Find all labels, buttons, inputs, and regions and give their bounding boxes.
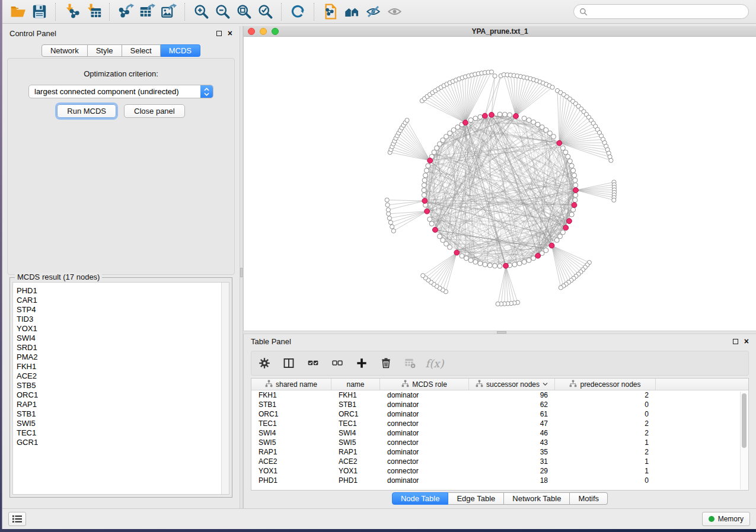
- hide-selected-button[interactable]: [362, 2, 384, 22]
- table-cell[interactable]: 1: [555, 467, 656, 475]
- table-cell[interactable]: 2: [555, 391, 656, 399]
- table-cell[interactable]: 43: [469, 438, 555, 447]
- mcds-result-item[interactable]: RAP1: [17, 400, 229, 409]
- splitter-grip[interactable]: [240, 268, 243, 277]
- table-cell[interactable]: 1: [555, 438, 656, 447]
- table-row[interactable]: PHD1PHD1dominator180: [251, 476, 748, 485]
- close-panel-icon[interactable]: ×: [228, 31, 232, 36]
- zoom-fit-button[interactable]: [233, 2, 254, 22]
- mcds-result-item[interactable]: ORC1: [17, 390, 229, 400]
- mcds-result-item[interactable]: STB5: [17, 381, 229, 390]
- table-row[interactable]: TEC1TEC1connector472: [251, 419, 748, 428]
- result-list-scrollbar[interactable]: [221, 283, 229, 494]
- table-cell[interactable]: 2: [555, 429, 656, 437]
- column-header-shared-name[interactable]: shared name: [251, 379, 331, 390]
- tab-motifs[interactable]: Motifs: [570, 492, 608, 505]
- mcds-result-item[interactable]: SWI5: [17, 419, 229, 428]
- export-table-button[interactable]: [136, 2, 158, 22]
- tab-mcds[interactable]: MCDS: [161, 44, 200, 57]
- minimize-window-icon[interactable]: [260, 28, 267, 35]
- table-options-gear-button[interactable]: [257, 356, 272, 370]
- float-panel-icon[interactable]: [216, 31, 222, 36]
- table-cell[interactable]: 31: [469, 457, 555, 466]
- mcds-result-item[interactable]: PMA2: [17, 352, 229, 362]
- table-cell[interactable]: 46: [469, 429, 555, 437]
- save-session-button[interactable]: [28, 2, 50, 22]
- table-cell[interactable]: 62: [469, 400, 555, 409]
- table-cell[interactable]: SWI5: [251, 438, 331, 447]
- table-cell[interactable]: 96: [469, 391, 555, 399]
- show-columns-button[interactable]: [282, 356, 296, 370]
- mcds-result-item[interactable]: TEC1: [17, 428, 229, 438]
- export-image-button[interactable]: [158, 2, 179, 22]
- add-row-button[interactable]: [355, 356, 369, 370]
- table-cell[interactable]: 2: [555, 419, 656, 428]
- table-cell[interactable]: 61: [469, 410, 555, 418]
- tab-style[interactable]: Style: [88, 44, 122, 57]
- table-row[interactable]: SWI5SWI5connector431: [251, 438, 748, 447]
- mcds-result-item[interactable]: CAR1: [17, 296, 229, 305]
- tab-network-table[interactable]: Network Table: [504, 492, 570, 505]
- import-table-button[interactable]: [82, 2, 104, 22]
- table-cell[interactable]: 47: [469, 419, 555, 428]
- float-panel-icon[interactable]: [733, 339, 738, 344]
- table-cell[interactable]: STB1: [251, 400, 331, 409]
- network-canvas[interactable]: [244, 37, 756, 331]
- table-scrollbar[interactable]: [740, 392, 748, 489]
- table-cell[interactable]: connector: [380, 457, 469, 466]
- mcds-result-item[interactable]: TID3: [17, 315, 229, 324]
- table-cell[interactable]: connector: [380, 467, 469, 475]
- table-cell[interactable]: dominator: [380, 429, 469, 437]
- table-row[interactable]: STB1STB1dominator620: [251, 400, 748, 409]
- zoom-selected-button[interactable]: [254, 2, 276, 22]
- mcds-result-item[interactable]: SRD1: [17, 343, 229, 352]
- table-cell[interactable]: PHD1: [251, 476, 331, 485]
- table-cell[interactable]: YOX1: [331, 467, 380, 475]
- table-cell[interactable]: 0: [555, 476, 656, 485]
- task-history-button[interactable]: [8, 512, 26, 526]
- zoom-in-button[interactable]: [190, 2, 212, 22]
- table-cell[interactable]: 1: [555, 457, 656, 466]
- table-row[interactable]: YOX1YOX1connector291: [251, 466, 748, 476]
- table-cell[interactable]: dominator: [380, 476, 469, 485]
- import-network-button[interactable]: [61, 2, 82, 22]
- table-cell[interactable]: 0: [555, 410, 656, 418]
- table-cell[interactable]: dominator: [380, 448, 469, 456]
- table-cell[interactable]: 2: [555, 448, 656, 456]
- mcds-result-item[interactable]: YOX1: [17, 324, 229, 334]
- table-cell[interactable]: dominator: [380, 391, 469, 399]
- table-cell[interactable]: SWI4: [331, 429, 380, 437]
- table-cell[interactable]: 0: [555, 400, 656, 409]
- table-cell[interactable]: SWI4: [251, 429, 331, 437]
- table-cell[interactable]: connector: [380, 438, 469, 447]
- table-cell[interactable]: 35: [469, 448, 555, 456]
- table-cell[interactable]: RAP1: [331, 448, 380, 456]
- table-cell[interactable]: connector: [380, 419, 469, 428]
- mcds-result-item[interactable]: FKH1: [17, 362, 229, 371]
- column-header-MCDS-role[interactable]: MCDS role: [380, 379, 469, 390]
- select-all-rows-button[interactable]: [306, 356, 320, 370]
- delete-row-button[interactable]: [379, 356, 393, 370]
- splitter-grip[interactable]: [497, 331, 506, 334]
- table-cell[interactable]: ORC1: [251, 410, 331, 418]
- column-header-successor-nodes[interactable]: successor nodes: [469, 379, 555, 390]
- mcds-result-item[interactable]: STP4: [17, 305, 229, 315]
- table-cell[interactable]: ACE2: [251, 457, 331, 466]
- optimization-criterion-select[interactable]: largest connected component (undirected): [28, 85, 213, 98]
- open-file-button[interactable]: [7, 2, 28, 22]
- table-cell[interactable]: dominator: [380, 410, 469, 418]
- close-panel-icon[interactable]: ×: [744, 339, 749, 344]
- tab-node-table[interactable]: Node Table: [392, 492, 449, 505]
- mcds-result-item[interactable]: SWI4: [17, 334, 229, 343]
- table-cell[interactable]: RAP1: [251, 448, 331, 456]
- table-row[interactable]: ACE2ACE2connector311: [251, 457, 748, 466]
- memory-button[interactable]: Memory: [702, 512, 750, 526]
- table-scrollbar-thumb[interactable]: [742, 393, 747, 448]
- mcds-result-list[interactable]: PHD1CAR1STP4TID3YOX1SWI4SRD1PMA2FKH1ACE2…: [12, 282, 229, 495]
- table-row[interactable]: SWI4SWI4dominator462: [251, 428, 748, 438]
- tab-edge-table[interactable]: Edge Table: [448, 492, 504, 505]
- table-cell[interactable]: ACE2: [331, 457, 380, 466]
- table-row[interactable]: FKH1FKH1dominator962: [251, 390, 748, 400]
- mcds-result-item[interactable]: ACE2: [17, 371, 229, 381]
- search-input[interactable]: [591, 8, 743, 16]
